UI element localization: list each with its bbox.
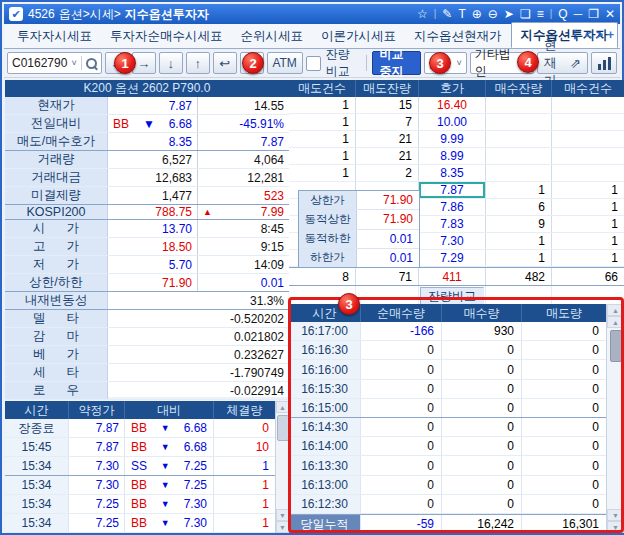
trade-history-header: 시간 약정가 대비 체결량 [5,401,275,419]
put-call-combo[interactable]: 풋 ˅ [424,52,467,74]
investor-row[interactable]: 16:17:00 -166 930 0 [289,322,606,341]
trade-row[interactable]: 15:34 7.30 BB ▼ 7.25 1 [5,476,275,495]
atm-button[interactable]: ATM [267,52,303,74]
order-book-row[interactable]: 1 21 8.99 [289,148,624,165]
prev-symbol-button[interactable]: ← [105,52,129,74]
quote-row: 내재변동성 31.3% [5,292,289,310]
titlebar-icon[interactable]: T [458,8,465,20]
order-book-row[interactable]: 1 2 8.35 [289,165,624,182]
next-symbol-button[interactable]: → [132,52,156,74]
titlebar-icon[interactable]: ❐ [588,8,599,20]
tab-next-icon[interactable]: > [596,28,603,42]
order-book-row[interactable]: 1 21 9.99 [289,131,624,148]
quote-row: 저 가 5.70 14:09 [5,256,289,274]
quote-value-2: 31.3% [198,292,289,309]
scroll-thumb[interactable] [610,330,622,362]
tab-item[interactable]: 지수옵션현재가 [405,24,511,48]
quote-value-1: 7.87 [108,97,198,114]
down-triangle-icon: ▼ [161,518,170,528]
quote-row: 델 타 -0.520202 [5,310,289,328]
titlebar-icon[interactable]: ➤ [504,8,514,20]
undo-button[interactable]: ↩ [213,52,237,74]
investor-row[interactable]: 16:13:30 0 0 0 [289,456,606,475]
quote-value-1: 1,477 [108,187,198,204]
scroll-down-icon[interactable]: ▼ [607,509,624,521]
investor-row[interactable]: 16:16:30 0 0 0 [289,341,606,360]
titlebar-icon[interactable]: ≡ [537,8,544,20]
investor-row[interactable]: 16:14:30 0 0 0 [289,418,606,437]
quote-row: 미결제량 1,477 523 [5,187,289,205]
quote-value-1 [108,364,198,381]
tab-item[interactable]: 순위시세표 [232,24,313,48]
scroll-down-icon[interactable]: ▼ [276,521,289,533]
titlebar-icon[interactable]: ⊕ [472,8,482,20]
quote-value-2: 9:15 [198,238,289,255]
symbol-combo[interactable]: C0162790 ˅ [7,52,102,74]
titlebar-icon[interactable]: Q [558,8,567,20]
scroll-thumb[interactable] [277,415,289,441]
trade-row[interactable]: 15:34 7.25 BB ▼ 7.30 1 [5,514,275,533]
current-price-button[interactable]: 현재가 ⇗ [537,52,588,74]
instrument-header: K200 옵션 2602 P790.0 [5,80,289,97]
tab-item[interactable]: 이론가시세표 [312,24,405,48]
scroll-up-icon[interactable]: ▲ [607,316,624,328]
tab-add-icon[interactable]: + [607,28,614,42]
investor-row[interactable]: 16:16:00 0 0 0 [289,360,606,379]
scroll-down-icon[interactable]: ▼ [607,521,624,533]
compare-label: 잔량비교 [324,46,361,80]
investor-table-scrollbar[interactable]: ▲ ▲ ▼ ▼ [606,304,624,533]
quote-label: 매도/매수호가 [5,133,108,150]
expand-button[interactable]: ⇲ [240,52,264,74]
col-buy-count: 매수건수 [552,80,624,97]
investor-table-header: 시간 순매수량 매수량 매도량 [289,304,606,322]
compare-stop-button[interactable]: 비교중지 [372,51,421,75]
trade-table-scrollbar[interactable]: ▲ ▼ ▼ [275,401,289,533]
compare-checkbox[interactable] [306,56,321,71]
chevron-down-icon[interactable]: ˅ [71,58,76,68]
quote-value-2: -0.022914 [198,382,289,399]
chevron-down-icon[interactable]: ˅ [457,58,462,68]
quote-row: 매도/매수호가 8.35 7.87 [5,133,289,151]
scroll-up-icon[interactable]: ▲ [607,304,624,316]
order-book-row[interactable]: 1 15 16.40 [289,97,624,114]
trade-row[interactable]: 15:34 7.25 BB ▼ 7.30 1 [5,495,275,514]
search-icon[interactable] [86,58,97,69]
trade-row[interactable]: 장종료 7.87 BB ▼ 6.68 0 [5,419,275,438]
investor-row[interactable]: 16:12:30 0 0 0 [289,495,606,514]
quote-value-1 [108,328,198,345]
up-symbol-button[interactable]: ↑ [186,52,210,74]
quote-label: 델 타 [5,310,108,327]
chevron-down-icon[interactable]: ˅ [523,58,528,68]
down-symbol-button[interactable]: ↓ [159,52,183,74]
quote-value-2: 7.87 [198,133,289,150]
tab-prev-icon[interactable]: < [585,28,592,42]
titlebar-icon[interactable]: | [434,9,437,19]
col-net-buy: 순매수량 [361,304,442,322]
title-name: 지수옵션투자자 [125,6,209,23]
price-limits-box: 상한가 71.90 동적상한 71.90 동적하한 0.01 하한가 0.01 [298,190,420,268]
titlebar-icon[interactable]: ⊖ [488,8,498,20]
tab-item[interactable]: 투자자시세표 [8,24,101,48]
investor-row[interactable]: 16:15:00 0 0 0 [289,399,606,418]
trade-row[interactable]: 15:45 7.87 BB ▼ 6.68 10 [5,438,275,457]
titlebar-icon[interactable]: ❏ [520,8,531,20]
investor-type-combo[interactable]: 기타법인 ˅ [470,52,534,74]
titlebar-icon[interactable]: ─ [574,8,583,20]
quote-value-1: 71.90 [108,274,198,291]
investor-row[interactable]: 16:14:00 0 0 0 [289,437,606,456]
order-book-row[interactable]: 1 7 10.00 [289,114,624,131]
investor-row[interactable]: 16:15:30 0 0 0 [289,380,606,399]
titlebar-icon[interactable]: ✕ [605,8,615,20]
trade-row[interactable]: 15:34 7.30 SS ▼ 7.25 1 [5,457,275,476]
scroll-down-icon[interactable]: ▼ [276,509,289,521]
titlebar-icon[interactable]: ☆ [417,8,428,20]
investor-row[interactable]: 16:13:00 0 0 0 [289,476,606,495]
quote-label: 저 가 [5,256,108,273]
tab-more-icon[interactable]: ⋮ [569,28,581,42]
scroll-up-icon[interactable]: ▲ [276,401,289,413]
quote-label: 감 마 [5,328,108,345]
titlebar-icon[interactable]: | [550,9,553,19]
chart-button[interactable] [591,52,617,74]
titlebar-icon[interactable]: ✎ [442,8,452,20]
tab-item[interactable]: 투자자순매수시세표 [101,24,232,48]
